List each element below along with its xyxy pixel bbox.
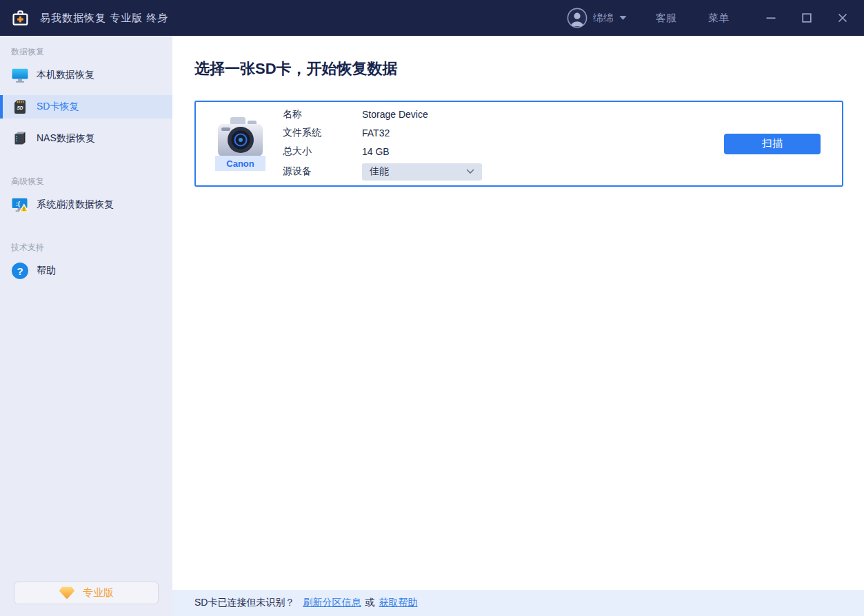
device-brand-label: Canon xyxy=(215,156,265,171)
device-visual: Canon xyxy=(215,116,265,171)
sidebar-section-data-recovery: 数据恢复 xyxy=(0,45,172,58)
main-content: 选择一张SD卡，开始恢复数据 xyxy=(172,36,864,590)
sidebar-item-label: 系统崩溃数据恢复 xyxy=(37,198,114,211)
sidebar-item-sd-recovery[interactable]: SD SD卡恢复 xyxy=(0,95,172,119)
get-help-link[interactable]: 获取帮助 xyxy=(379,597,417,609)
svg-text:SD: SD xyxy=(17,105,23,110)
source-device-select[interactable]: 佳能 xyxy=(362,163,482,181)
gem-icon xyxy=(59,586,75,599)
titlebar-right: 绵绵 客服 菜单 xyxy=(567,8,857,28)
device-fields: 名称 Storage Device 文件系统 FAT32 总大小 14 GB xyxy=(283,107,482,181)
question-circle-icon: ? xyxy=(11,262,29,280)
field-value: FAT32 xyxy=(362,127,390,138)
field-label: 文件系统 xyxy=(283,127,362,139)
source-device-value: 佳能 xyxy=(370,165,389,178)
svg-text:!: ! xyxy=(23,206,26,212)
monitor-icon xyxy=(11,66,29,84)
menu-button[interactable]: 菜单 xyxy=(708,12,729,25)
app-title: 易我数据恢复 专业版 终身 xyxy=(40,12,168,25)
sidebar-item-crash-recovery[interactable]: :( ! 系统崩溃数据恢复 xyxy=(0,193,172,216)
main-area: 选择一张SD卡，开始恢复数据 xyxy=(172,36,864,616)
maximize-button[interactable] xyxy=(796,8,817,28)
chevron-down-icon xyxy=(466,169,474,174)
sd-device-card[interactable]: Canon 名称 Storage Device 文件系统 FAT32 总大小 xyxy=(194,101,843,187)
field-label: 源设备 xyxy=(283,165,362,178)
pro-version-label: 专业版 xyxy=(83,586,114,599)
refresh-partition-link[interactable]: 刷新分区信息 xyxy=(303,597,361,609)
field-total-size: 总大小 14 GB xyxy=(283,145,482,159)
field-filesystem: 文件系统 FAT32 xyxy=(283,126,482,141)
minimize-button[interactable] xyxy=(761,8,781,28)
app-logo-icon xyxy=(10,8,30,28)
app-window: 易我数据恢复 专业版 终身 绵绵 xyxy=(0,0,864,616)
status-question: SD卡已连接但未识别？ xyxy=(194,597,294,609)
svg-text::(: :( xyxy=(16,201,20,207)
caret-down-icon xyxy=(619,15,627,21)
nas-icon xyxy=(11,130,29,147)
field-value: Storage Device xyxy=(362,109,428,120)
scan-button[interactable]: 扫描 xyxy=(724,134,821,154)
status-conjunction: 或 xyxy=(365,597,374,609)
page-title: 选择一张SD卡，开始恢复数据 xyxy=(194,59,843,79)
sidebar-item-label: SD卡恢复 xyxy=(37,101,79,113)
crashed-monitor-warning-icon: :( ! xyxy=(11,196,29,214)
sidebar-spacer xyxy=(0,291,172,582)
field-value: 14 GB xyxy=(362,146,390,157)
sidebar-item-label: 本机数据恢复 xyxy=(37,69,94,81)
sidebar: 数据恢复 本机数据恢复 xyxy=(0,36,172,616)
titlebar: 易我数据恢复 专业版 终身 绵绵 xyxy=(0,0,864,36)
statusbar: SD卡已连接但未识别？ 刷新分区信息 或 获取帮助 xyxy=(172,590,864,616)
sidebar-item-help[interactable]: ? 帮助 xyxy=(0,259,172,283)
close-button[interactable] xyxy=(832,8,853,28)
support-button[interactable]: 客服 xyxy=(656,12,676,25)
sidebar-item-label: NAS数据恢复 xyxy=(37,132,95,145)
field-label: 名称 xyxy=(283,108,362,121)
field-label: 总大小 xyxy=(283,145,362,158)
pro-version-button[interactable]: 专业版 xyxy=(14,582,159,604)
sd-card-icon: SD xyxy=(11,98,29,116)
app-body: 数据恢复 本机数据恢复 xyxy=(0,36,864,616)
sidebar-item-local-recovery[interactable]: 本机数据恢复 xyxy=(0,63,172,87)
avatar xyxy=(567,8,587,28)
field-source-device: 源设备 佳能 xyxy=(283,163,482,181)
camera-icon xyxy=(215,116,265,158)
field-name: 名称 Storage Device xyxy=(283,107,482,122)
sidebar-section-support: 技术支持 xyxy=(0,241,172,254)
username: 绵绵 xyxy=(593,12,614,25)
sidebar-section-advanced: 高级恢复 xyxy=(0,175,172,187)
account-menu[interactable]: 绵绵 xyxy=(567,8,627,28)
sidebar-item-nas-recovery[interactable]: NAS数据恢复 xyxy=(0,127,172,150)
sidebar-item-label: 帮助 xyxy=(37,265,56,277)
